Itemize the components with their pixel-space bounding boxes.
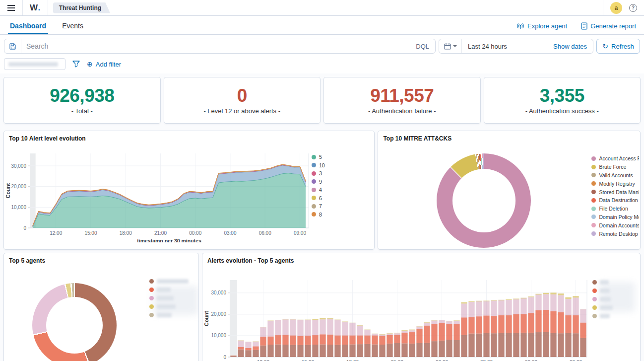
svg-text:21:00: 21:00 xyxy=(154,230,167,236)
legend-item[interactable] xyxy=(592,287,613,295)
legend-label: Domain Accounts xyxy=(599,222,639,228)
legend-item[interactable]: Domain Accounts xyxy=(591,221,639,229)
panel-title: Alerts evolution - Top 5 agents xyxy=(202,253,640,265)
legend-dot-icon xyxy=(312,212,316,217)
legend-item[interactable]: Remote Desktop Proto xyxy=(591,229,639,238)
legend-dot-icon xyxy=(312,179,316,184)
explore-agent-label: Explore agent xyxy=(527,22,567,30)
legend-item[interactable]: 5 xyxy=(312,153,325,161)
legend-label-redacted xyxy=(157,304,176,309)
legend-dot-icon xyxy=(312,196,316,200)
legend-label: 5 xyxy=(319,154,322,160)
legend-item[interactable]: 6 xyxy=(312,194,325,203)
legend-item[interactable]: File Deletion xyxy=(591,205,639,213)
show-dates-button[interactable]: Show dates xyxy=(547,43,593,50)
legend-item[interactable] xyxy=(149,277,189,286)
svg-text:0: 0 xyxy=(223,355,226,360)
legend-label: Valid Accounts xyxy=(599,172,633,178)
refresh-icon: ↻ xyxy=(602,43,608,50)
metric-value: 0 xyxy=(237,86,247,105)
filter-funnel-icon[interactable] xyxy=(72,61,80,68)
legend-item[interactable] xyxy=(592,303,613,312)
svg-text:15:00: 15:00 xyxy=(84,230,97,236)
add-filter-button[interactable]: ⊕ Add filter xyxy=(87,60,121,68)
legend-item[interactable]: 9 xyxy=(312,178,325,186)
legend-item[interactable] xyxy=(149,311,189,319)
tabs-bar: Dashboard Events Explore agent Generate … xyxy=(0,16,644,35)
legend-item[interactable]: 8 xyxy=(312,211,325,219)
metric-value: 3,355 xyxy=(540,86,584,105)
legend-item[interactable]: Brute Force xyxy=(591,163,639,171)
divider xyxy=(603,0,603,15)
legend-dot-icon xyxy=(312,163,316,167)
top5-agents-donut-chart[interactable] xyxy=(32,283,117,361)
legend-item[interactable] xyxy=(592,295,613,303)
app-logo[interactable]: W. xyxy=(23,0,48,15)
legend-label: 6 xyxy=(319,195,322,201)
time-range-label[interactable]: Last 24 hours xyxy=(462,43,513,50)
legend-dot-icon xyxy=(591,190,596,194)
legend-item[interactable]: 3 xyxy=(312,169,325,178)
calendar-dropdown-button[interactable] xyxy=(439,39,462,53)
redacted-filter-text xyxy=(8,62,58,67)
alert-level-area-chart[interactable]: 12:0015:0018:0021:0000:0003:0006:0009:00… xyxy=(4,143,311,242)
panel-title: Top 10 Alert level evolution xyxy=(4,131,374,143)
alerts-evolution-bar-chart[interactable]: 12:0015:0018:0021:0000:0003:0006:0009:00… xyxy=(202,265,588,361)
metric-label: - Authentication failure - xyxy=(368,107,436,115)
bar-chart-legend xyxy=(592,278,613,320)
logo-dot: . xyxy=(38,3,41,13)
legend-item[interactable]: 7 xyxy=(312,202,325,211)
metric-value: 911,557 xyxy=(370,86,434,105)
legend-dot-icon xyxy=(149,279,154,284)
legend-item[interactable]: Stored Data Manipulat xyxy=(591,188,639,196)
metric-card: 926,938- Total - xyxy=(4,77,160,123)
legend-item[interactable]: 4 xyxy=(312,186,325,194)
breadcrumb[interactable]: Threat Hunting xyxy=(53,2,110,13)
mitre-donut-chart[interactable] xyxy=(437,153,531,248)
legend-label: Modify Registry xyxy=(599,181,635,187)
search-input[interactable] xyxy=(21,42,410,50)
legend-item[interactable] xyxy=(592,278,613,287)
legend-label: Stored Data Manipulat xyxy=(599,189,639,195)
svg-text:Count: Count xyxy=(5,183,11,198)
legend-label: Data Destruction xyxy=(599,197,638,203)
legend-label: Brute Force xyxy=(599,164,626,170)
legend-dot-icon xyxy=(591,198,596,203)
filter-pill-redacted[interactable] xyxy=(4,58,65,70)
generate-report-button[interactable]: Generate report xyxy=(581,22,636,30)
legend-item[interactable] xyxy=(592,312,613,320)
legend-item[interactable]: 10 xyxy=(312,161,325,170)
saved-query-icon[interactable] xyxy=(4,39,21,53)
legend-dot-icon xyxy=(592,305,597,310)
tab-events[interactable]: Events xyxy=(60,18,85,34)
panel-alert-level-evolution: Top 10 Alert level evolution 12:0015:001… xyxy=(4,131,374,249)
panel-title: Top 10 MITRE ATT&CKS xyxy=(378,131,640,143)
legend-label: 7 xyxy=(319,203,322,209)
date-picker: Last 24 hours Show dates xyxy=(439,39,593,54)
legend-item[interactable]: Account Access Remo xyxy=(591,154,639,163)
legend-item[interactable] xyxy=(149,302,189,311)
legend-item[interactable]: Modify Registry xyxy=(591,179,639,188)
legend-dot-icon xyxy=(591,215,596,219)
legend-item[interactable] xyxy=(149,294,189,302)
svg-text:18:00: 18:00 xyxy=(120,230,132,236)
legend-dot-icon xyxy=(591,207,596,211)
tab-dashboard[interactable]: Dashboard xyxy=(8,18,48,34)
legend-label-redacted xyxy=(157,296,174,300)
svg-text:30,000: 30,000 xyxy=(11,163,26,169)
legend-item[interactable]: Valid Accounts xyxy=(591,171,639,180)
help-icon[interactable]: ? xyxy=(629,4,637,12)
legend-dot-icon xyxy=(312,171,316,176)
panel-alerts-evolution: Alerts evolution - Top 5 agents 12:0015:… xyxy=(202,253,640,361)
menu-icon[interactable] xyxy=(0,0,23,15)
explore-agent-button[interactable]: Explore agent xyxy=(516,22,567,30)
legend-item[interactable]: Data Destruction xyxy=(591,196,639,205)
plus-circle-icon: ⊕ xyxy=(87,60,93,68)
dql-button[interactable]: DQL xyxy=(410,43,435,50)
legend-label-redacted xyxy=(600,280,609,285)
legend-item[interactable] xyxy=(149,286,189,294)
metric-cards: 926,938- Total -0- Level 12 or above ale… xyxy=(0,73,644,127)
refresh-button[interactable]: ↻ Refresh xyxy=(596,39,640,54)
legend-item[interactable]: Domain Policy Modific xyxy=(591,213,639,221)
avatar[interactable]: a xyxy=(610,2,622,14)
